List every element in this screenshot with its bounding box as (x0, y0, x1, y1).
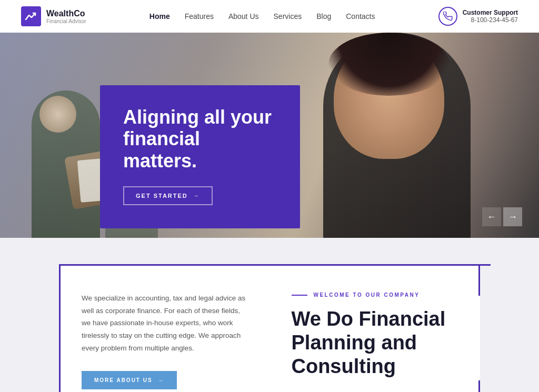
content-card: We specialize in accounting, tax and leg… (59, 264, 480, 392)
support-phone: 8-100-234-45-67 (463, 16, 518, 24)
nav-about[interactable]: About Us (228, 12, 259, 21)
brand-tagline: Financial Advisor (46, 18, 86, 24)
support-text: Customer Support 8-100-234-45-67 (463, 9, 518, 24)
deco-bottom-right (478, 380, 480, 392)
card-right-panel: WELCOME TO OUR COMPANY We Do Financial P… (271, 266, 481, 392)
logo-text: WealthCo Financial Advisor (46, 9, 86, 24)
company-section: We specialize in accounting, tax and leg… (0, 238, 539, 392)
slider-controls: ← → (482, 207, 522, 226)
support-label: Customer Support (463, 9, 518, 16)
slider-prev-button[interactable]: ← (482, 207, 501, 226)
company-description: We specialize in accounting, tax and leg… (82, 292, 249, 354)
welcome-line-decoration (292, 295, 307, 296)
site-header: WealthCo Financial Advisor Home Features… (0, 0, 539, 33)
hero-person-main (307, 33, 486, 238)
hero-title: Aligning all your financial matters. (123, 106, 277, 172)
welcome-label-area: WELCOME TO OUR COMPANY (292, 292, 460, 298)
section-heading: We Do Financial Planning and Consulting (292, 307, 460, 378)
hero-cta-label: GET STARTED (136, 193, 188, 199)
heading-line2: Planning and (292, 331, 417, 354)
card-left-panel: We specialize in accounting, tax and leg… (61, 266, 271, 392)
hero-section: Aligning all your financial matters. GET… (0, 33, 539, 238)
more-arrow: → (158, 377, 164, 383)
logo-icon (21, 6, 41, 26)
brand-name: WealthCo (46, 9, 86, 18)
nav-services[interactable]: Services (274, 12, 302, 21)
logo-area: WealthCo Financial Advisor (21, 6, 86, 26)
support-icon (438, 7, 457, 26)
hero-cta-arrow: → (193, 193, 200, 199)
more-about-us-button[interactable]: MORE ABOUT US → (82, 371, 177, 389)
welcome-text: WELCOME TO OUR COMPANY (314, 292, 420, 298)
main-nav: Home Features About Us Services Blog Con… (149, 12, 375, 21)
nav-home[interactable]: Home (149, 12, 170, 21)
nav-features[interactable]: Features (185, 12, 214, 21)
slider-next-button[interactable]: → (503, 207, 522, 226)
nav-blog[interactable]: Blog (316, 12, 331, 21)
support-area: Customer Support 8-100-234-45-67 (438, 7, 518, 26)
heading-line3: Consulting (292, 355, 396, 377)
more-label: MORE ABOUT US (94, 377, 153, 383)
deco-top-right (478, 264, 480, 296)
hero-cta-button[interactable]: GET STARTED → (123, 186, 213, 205)
heading-line1: We Do Financial (292, 308, 446, 330)
nav-contacts[interactable]: Contacts (346, 12, 375, 21)
hero-content-card: Aligning all your financial matters. GET… (100, 85, 300, 228)
